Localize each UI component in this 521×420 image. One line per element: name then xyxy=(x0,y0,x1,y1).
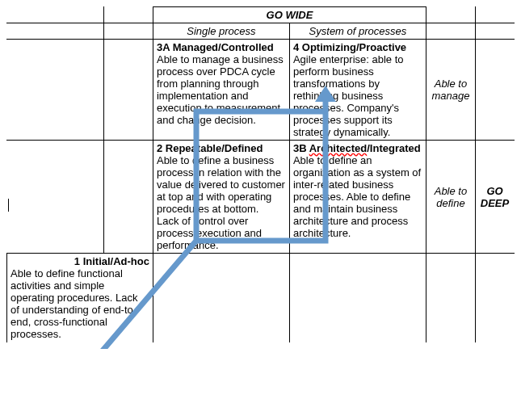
cell-3a: 3A Managed/Controlled Able to manage a b… xyxy=(153,40,289,141)
cell-3b-body: Able to define an organization as a syst… xyxy=(293,154,422,239)
text-cursor xyxy=(8,199,9,212)
row-manage: 3A Managed/Controlled Able to manage a b… xyxy=(7,40,515,141)
cell-2-body: Able to define a business process in rel… xyxy=(157,154,286,251)
go-wide-header: GO WIDE xyxy=(153,7,426,23)
single-process-header: Single process xyxy=(153,23,289,40)
go-deep-header: GO DEEP xyxy=(475,141,514,254)
cell-4-body: Agile enterprise: able to perform busine… xyxy=(293,53,422,138)
header-row-wide: GO WIDE xyxy=(7,7,515,23)
header-row-cols: Single process System of processes xyxy=(7,23,515,40)
row-initial: 1 Initial/Ad-hoc Able to define function… xyxy=(7,254,515,342)
side-label-define: Able to define xyxy=(426,141,475,254)
spellcheck-word: Architected xyxy=(309,142,368,154)
side-label-manage: Able to manage xyxy=(426,40,475,141)
cell-3a-body: Able to manage a business process over P… xyxy=(157,53,286,126)
cell-3b-title: 3B Architected/Integrated xyxy=(293,142,422,154)
cell-1-title: 1 Initial/Ad-hoc xyxy=(11,255,149,267)
cell-3b: 3B Architected/Integrated Able to define… xyxy=(289,141,426,254)
cell-2-title: 2 Repeatable/Defined xyxy=(157,142,286,154)
cell-3a-title: 3A Managed/Controlled xyxy=(157,41,286,53)
cell-1: 1 Initial/Ad-hoc Able to define function… xyxy=(7,254,153,342)
maturity-matrix: GO WIDE Single process System of process… xyxy=(6,6,515,342)
cell-1-body: Able to define functional activities and… xyxy=(11,267,149,340)
cell-4-title: 4 Optimizing/Proactive xyxy=(293,41,422,53)
cell-4: 4 Optimizing/Proactive Agile enterprise:… xyxy=(289,40,426,141)
cell-2: 2 Repeatable/Defined Able to define a bu… xyxy=(153,141,289,254)
system-processes-header: System of processes xyxy=(289,23,426,40)
row-define: 2 Repeatable/Defined Able to define a bu… xyxy=(7,141,515,254)
